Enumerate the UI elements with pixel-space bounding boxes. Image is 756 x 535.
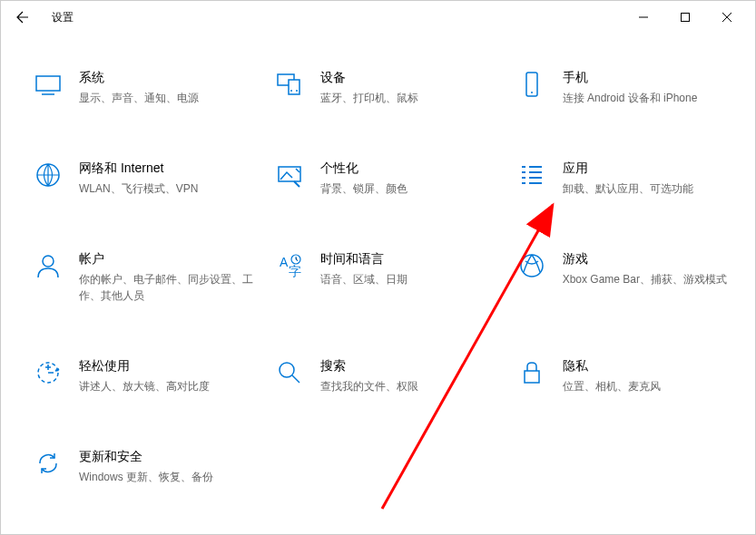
tile-title: 系统: [79, 70, 253, 86]
apps-icon: [517, 160, 546, 190]
tile-text: 系统 显示、声音、通知、电源: [79, 70, 253, 106]
close-button[interactable]: [706, 3, 748, 32]
back-button[interactable]: [8, 3, 37, 32]
tile-update-security[interactable]: 更新和安全 Windows 更新、恢复、备份: [34, 449, 253, 485]
tile-desc: WLAN、飞行模式、VPN: [79, 180, 253, 197]
network-icon: [34, 160, 63, 190]
tile-search[interactable]: 搜索 查找我的文件、权限: [275, 358, 495, 394]
tile-apps[interactable]: 应用 卸载、默认应用、可选功能: [517, 160, 737, 197]
phone-icon: [517, 70, 546, 99]
tile-title: 应用: [563, 160, 737, 177]
window-title: 设置: [52, 10, 74, 25]
tile-text: 搜索 查找我的文件、权限: [320, 358, 495, 394]
system-icon: [34, 70, 63, 99]
tile-title: 时间和语言: [320, 251, 495, 268]
svg-point-5: [296, 90, 298, 92]
tile-desc: 背景、锁屏、颜色: [320, 180, 495, 197]
minimize-icon: [639, 13, 648, 22]
tile-gaming[interactable]: 游戏 Xbox Game Bar、捕获、游戏模式: [517, 251, 737, 304]
tile-text: 游戏 Xbox Game Bar、捕获、游戏模式: [563, 251, 737, 287]
svg-point-4: [290, 90, 292, 92]
tile-text: 隐私 位置、相机、麦克风: [563, 358, 737, 394]
svg-point-14: [521, 255, 543, 277]
tile-desc: 查找我的文件、权限: [320, 378, 495, 394]
tile-time-language[interactable]: A字 时间和语言 语音、区域、日期: [275, 251, 495, 304]
tile-desc: 讲述人、放大镜、高对比度: [79, 378, 253, 394]
svg-point-7: [531, 92, 533, 93]
tile-personalization[interactable]: 个性化 背景、锁屏、颜色: [275, 160, 495, 197]
svg-text:A: A: [280, 255, 289, 269]
tile-desc: 连接 Android 设备和 iPhone: [563, 90, 737, 106]
time-language-icon: A字: [275, 251, 304, 280]
tile-desc: 语音、区域、日期: [320, 271, 495, 287]
tile-title: 游戏: [563, 251, 737, 268]
tile-ease-of-access[interactable]: 轻松使用 讲述人、放大镜、高对比度: [34, 358, 253, 394]
search-icon: [275, 358, 304, 387]
settings-grid: 系统 显示、声音、通知、电源 设备 蓝牙、打印机、鼠标 手机 连接 Androi…: [1, 34, 755, 503]
tile-title: 更新和安全: [79, 449, 253, 465]
tile-text: 个性化 背景、锁屏、颜色: [320, 160, 495, 197]
tile-title: 网络和 Internet: [79, 160, 253, 177]
svg-rect-0: [682, 14, 690, 22]
tile-desc: 卸载、默认应用、可选功能: [563, 180, 737, 197]
privacy-icon: [517, 358, 546, 387]
tile-text: 帐户 你的帐户、电子邮件、同步设置、工作、其他人员: [79, 251, 253, 304]
tile-desc: 你的帐户、电子邮件、同步设置、工作、其他人员: [79, 271, 253, 304]
tile-text: 应用 卸载、默认应用、可选功能: [563, 160, 737, 197]
svg-rect-17: [525, 371, 539, 383]
tile-title: 隐私: [563, 358, 737, 374]
tile-text: 更新和安全 Windows 更新、恢复、备份: [79, 449, 253, 485]
tile-text: 网络和 Internet WLAN、飞行模式、VPN: [79, 160, 253, 197]
minimize-button[interactable]: [623, 3, 664, 32]
tile-desc: Windows 更新、恢复、备份: [79, 469, 253, 485]
tile-desc: 位置、相机、麦克风: [563, 378, 737, 394]
svg-point-16: [280, 363, 294, 377]
tile-desc: Xbox Game Bar、捕获、游戏模式: [563, 271, 737, 287]
titlebar: 设置: [1, 1, 755, 34]
update-icon: [34, 449, 63, 478]
svg-rect-3: [289, 80, 299, 94]
tile-title: 设备: [320, 70, 495, 86]
tile-privacy[interactable]: 隐私 位置、相机、麦克风: [517, 358, 737, 394]
tile-title: 帐户: [79, 251, 253, 268]
tile-phone[interactable]: 手机 连接 Android 设备和 iPhone: [517, 70, 737, 106]
svg-point-10: [43, 256, 54, 267]
tile-text: 设备 蓝牙、打印机、鼠标: [320, 70, 495, 106]
tile-text: 时间和语言 语音、区域、日期: [320, 251, 495, 287]
tile-accounts[interactable]: 帐户 你的帐户、电子邮件、同步设置、工作、其他人员: [34, 251, 253, 304]
tile-devices[interactable]: 设备 蓝牙、打印机、鼠标: [275, 70, 495, 106]
maximize-icon: [681, 13, 690, 22]
devices-icon: [275, 70, 304, 99]
window-controls: [623, 3, 748, 32]
tile-title: 搜索: [320, 358, 495, 374]
tile-text: 轻松使用 讲述人、放大镜、高对比度: [79, 358, 253, 394]
tile-network[interactable]: 网络和 Internet WLAN、飞行模式、VPN: [34, 160, 253, 197]
ease-of-access-icon: [34, 358, 63, 387]
tile-title: 手机: [563, 70, 737, 86]
tile-title: 个性化: [320, 160, 495, 177]
tile-title: 轻松使用: [79, 358, 253, 374]
gaming-icon: [517, 251, 546, 280]
close-icon: [722, 13, 731, 22]
tile-text: 手机 连接 Android 设备和 iPhone: [563, 70, 737, 106]
accounts-icon: [34, 251, 63, 280]
maximize-button[interactable]: [664, 3, 706, 32]
svg-rect-1: [36, 76, 60, 91]
tile-system[interactable]: 系统 显示、声音、通知、电源: [34, 70, 253, 106]
tile-desc: 蓝牙、打印机、鼠标: [320, 90, 495, 106]
tile-desc: 显示、声音、通知、电源: [79, 90, 253, 106]
svg-text:字: 字: [289, 264, 301, 278]
arrow-left-icon: [15, 10, 30, 24]
personalization-icon: [275, 160, 304, 190]
